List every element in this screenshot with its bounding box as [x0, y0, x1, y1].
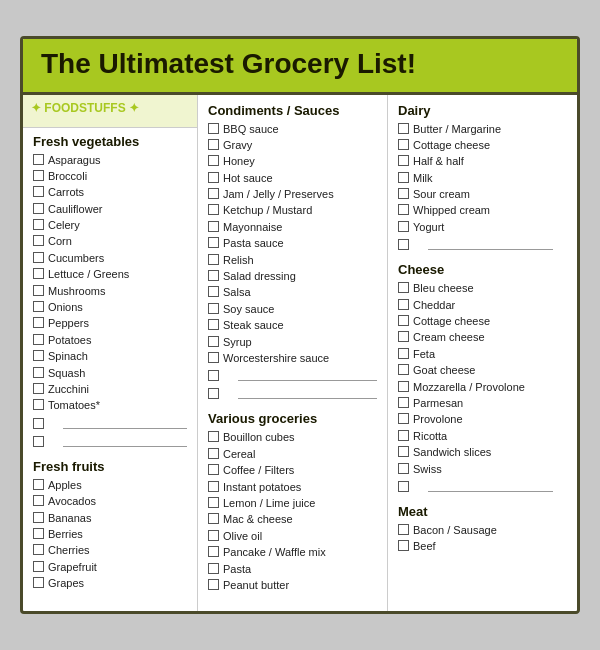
- checkbox[interactable]: [33, 544, 44, 555]
- checkbox[interactable]: [208, 221, 219, 232]
- item-label: Mayonnaise: [223, 220, 282, 235]
- checkbox[interactable]: [208, 464, 219, 475]
- checkbox[interactable]: [398, 139, 409, 150]
- checkbox[interactable]: [33, 203, 44, 214]
- checkbox[interactable]: [398, 348, 409, 359]
- checkbox[interactable]: [398, 364, 409, 375]
- item-label: Pasta: [223, 562, 251, 577]
- checkbox[interactable]: [208, 448, 219, 459]
- checkbox[interactable]: [208, 139, 219, 150]
- checkbox[interactable]: [33, 418, 44, 429]
- item-label: Broccoli: [48, 169, 87, 184]
- checkbox[interactable]: [33, 367, 44, 378]
- list-item: Feta: [398, 347, 553, 362]
- checkbox[interactable]: [398, 172, 409, 183]
- checkbox[interactable]: [33, 334, 44, 345]
- checkbox[interactable]: [33, 495, 44, 506]
- checkbox[interactable]: [33, 528, 44, 539]
- checkbox[interactable]: [208, 123, 219, 134]
- blank-line: [238, 387, 377, 399]
- checkbox[interactable]: [33, 235, 44, 246]
- checkbox[interactable]: [208, 270, 219, 281]
- list-item: Olive oil: [208, 529, 377, 544]
- checkbox[interactable]: [208, 388, 219, 399]
- checkbox[interactable]: [208, 513, 219, 524]
- item-label: Avocados: [48, 494, 96, 509]
- checkbox[interactable]: [208, 546, 219, 557]
- checkbox[interactable]: [398, 446, 409, 457]
- checkbox[interactable]: [208, 237, 219, 248]
- checkbox[interactable]: [208, 155, 219, 166]
- cond-blank-1: [208, 367, 377, 383]
- checkbox[interactable]: [33, 219, 44, 230]
- checkbox[interactable]: [398, 282, 409, 293]
- checkbox[interactable]: [398, 188, 409, 199]
- item-label: Bleu cheese: [413, 281, 474, 296]
- item-label: Instant potatoes: [223, 480, 301, 495]
- list-item: Squash: [33, 366, 187, 381]
- checkbox[interactable]: [398, 481, 409, 492]
- checkbox[interactable]: [398, 430, 409, 441]
- checkbox[interactable]: [398, 397, 409, 408]
- checkbox[interactable]: [398, 331, 409, 342]
- cheese-blank-1: [398, 478, 553, 494]
- checkbox[interactable]: [208, 254, 219, 265]
- checkbox[interactable]: [208, 370, 219, 381]
- checkbox[interactable]: [33, 383, 44, 394]
- checkbox[interactable]: [33, 561, 44, 572]
- condiments-list: BBQ sauceGravyHoneyHot sauceJam / Jelly …: [208, 122, 377, 367]
- checkbox[interactable]: [208, 204, 219, 215]
- checkbox[interactable]: [398, 381, 409, 392]
- checkbox[interactable]: [33, 186, 44, 197]
- checkbox[interactable]: [33, 154, 44, 165]
- checkbox[interactable]: [208, 172, 219, 183]
- item-label: Sour cream: [413, 187, 470, 202]
- list-item: Cream cheese: [398, 330, 553, 345]
- item-label: Ketchup / Mustard: [223, 203, 312, 218]
- checkbox[interactable]: [398, 221, 409, 232]
- checkbox[interactable]: [208, 303, 219, 314]
- checkbox[interactable]: [33, 317, 44, 328]
- checkbox[interactable]: [33, 399, 44, 410]
- checkbox[interactable]: [33, 479, 44, 490]
- checkbox[interactable]: [398, 413, 409, 424]
- checkbox[interactable]: [398, 123, 409, 134]
- checkbox[interactable]: [398, 204, 409, 215]
- checkbox[interactable]: [33, 285, 44, 296]
- checkbox[interactable]: [33, 577, 44, 588]
- checkbox[interactable]: [208, 579, 219, 590]
- item-label: Cherries: [48, 543, 90, 558]
- checkbox[interactable]: [398, 463, 409, 474]
- checkbox[interactable]: [208, 530, 219, 541]
- page-title: The Ultimatest Grocery List!: [41, 49, 559, 80]
- cond-blank-2: [208, 385, 377, 401]
- checkbox[interactable]: [398, 299, 409, 310]
- checkbox[interactable]: [33, 350, 44, 361]
- column-3: Dairy Butter / MargarineCottage cheeseHa…: [388, 95, 563, 612]
- checkbox[interactable]: [33, 252, 44, 263]
- checkbox[interactable]: [208, 286, 219, 297]
- checkbox[interactable]: [33, 170, 44, 181]
- item-label: BBQ sauce: [223, 122, 279, 137]
- checkbox[interactable]: [398, 155, 409, 166]
- checkbox[interactable]: [208, 497, 219, 508]
- list-item: Mac & cheese: [208, 512, 377, 527]
- checkbox[interactable]: [208, 563, 219, 574]
- checkbox[interactable]: [208, 319, 219, 330]
- checkbox[interactable]: [208, 352, 219, 363]
- checkbox[interactable]: [208, 481, 219, 492]
- checkbox[interactable]: [398, 540, 409, 551]
- meat-section: Meat Bacon / SausageBeef: [398, 504, 553, 555]
- checkbox[interactable]: [33, 512, 44, 523]
- list-item: Peanut butter: [208, 578, 377, 593]
- checkbox[interactable]: [208, 431, 219, 442]
- checkbox[interactable]: [208, 336, 219, 347]
- checkbox[interactable]: [33, 436, 44, 447]
- checkbox[interactable]: [398, 524, 409, 535]
- checkbox[interactable]: [398, 315, 409, 326]
- item-label: Carrots: [48, 185, 84, 200]
- checkbox[interactable]: [398, 239, 409, 250]
- checkbox[interactable]: [33, 268, 44, 279]
- checkbox[interactable]: [208, 188, 219, 199]
- checkbox[interactable]: [33, 301, 44, 312]
